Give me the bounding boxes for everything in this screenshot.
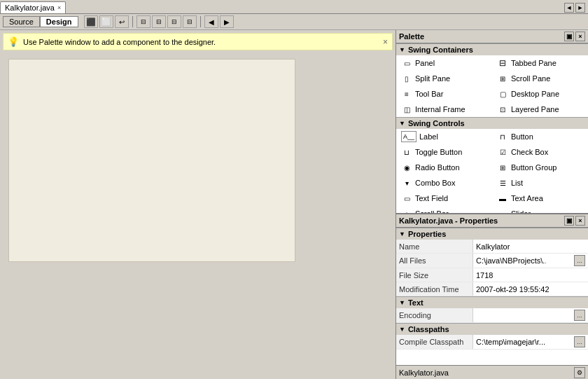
tab-bar: Kalkylator.java × ◄ ►	[0, 0, 588, 14]
scroll-pane-icon: ⊞	[497, 73, 508, 84]
palette-item-combo-box[interactable]: ▾ Combo Box	[396, 175, 492, 191]
palette-panel: Palette ▣ × ▼ Swing Containers	[396, 30, 588, 214]
toolbar-select-icon[interactable]: ⬛	[84, 15, 98, 28]
all-files-browse-button[interactable]: …	[574, 255, 585, 266]
swing-controls-items: A__ Label ⊓ Button ⊔ Toggle Button	[396, 129, 588, 213]
swing-controls-label: Swing Controls	[408, 119, 465, 128]
source-button[interactable]: Source	[3, 16, 40, 27]
toolbar-prev-icon[interactable]: ◀	[204, 15, 218, 28]
palette-item-radio-button[interactable]: ◉ Radio Button	[396, 160, 492, 175]
design-button[interactable]: Design	[40, 16, 78, 27]
split-pane-label: Split Pane	[415, 74, 450, 83]
button-group-icon: ⊞	[497, 162, 508, 173]
properties-panel: Kalkylator.java - Properties ▣ × ▼ Prope…	[396, 214, 588, 379]
design-canvas[interactable]	[8, 59, 295, 262]
palette-item-scroll-pane[interactable]: ⊞ Scroll Pane	[492, 71, 588, 86]
scroll-pane-label: Scroll Pane	[511, 74, 550, 83]
slider-label: Slider	[511, 209, 531, 213]
prop-row-encoding: Encoding …	[396, 308, 588, 323]
properties-pin-button[interactable]: ▣	[564, 216, 574, 226]
radio-button-label: Radio Button	[415, 163, 460, 172]
properties-content[interactable]: ▼ Properties Name Kalkylator All Files	[396, 228, 588, 365]
toolbar-align-top-icon[interactable]: ⊟	[183, 15, 197, 28]
palette-item-tabbed-pane[interactable]: ⊟ Tabbed Pane	[492, 55, 588, 71]
toolbar-align-right-icon[interactable]: ⊟	[167, 15, 181, 28]
toolbar-connect-icon[interactable]: ⬜	[99, 15, 113, 28]
file-tab[interactable]: Kalkylator.java ×	[0, 1, 66, 13]
button-icon: ⊓	[497, 131, 508, 142]
swing-controls-section-header[interactable]: ▼ Swing Controls	[396, 117, 588, 129]
swing-containers-label: Swing Containers	[408, 46, 473, 54]
prop-label-compile-classpath: Compile Classpath	[396, 335, 473, 349]
tabbed-pane-label: Tabbed Pane	[511, 59, 556, 67]
toggle-button-icon: ⊔	[401, 146, 412, 158]
right-panel: Palette ▣ × ▼ Swing Containers	[396, 30, 588, 379]
toolbar-align-left-icon[interactable]: ⊟	[136, 15, 150, 28]
text-section-header[interactable]: ▼ Text	[396, 296, 588, 308]
text-section-label: Text	[408, 298, 424, 307]
classpaths-section-label: Classpaths	[408, 325, 449, 333]
classpaths-section-arrow: ▼	[399, 326, 405, 333]
prop-value-all-files-text: C:\java\NBProjects\...	[476, 256, 546, 265]
info-close-button[interactable]: ×	[383, 37, 388, 47]
palette-item-internal-frame[interactable]: ◫ Internal Frame	[396, 102, 492, 117]
properties-close-button[interactable]: ×	[575, 216, 585, 226]
toolbar-refresh-icon[interactable]: ↩	[115, 15, 129, 28]
palette-scroll[interactable]: ▼ Swing Containers ▭ Panel ⊟ Tabbed Pane	[396, 43, 588, 213]
palette-item-text-field[interactable]: ▭ Text Field	[396, 191, 492, 206]
palette-item-toggle-button[interactable]: ⊔ Toggle Button	[396, 144, 492, 160]
radio-button-icon: ◉	[401, 162, 412, 173]
bottom-settings-icon[interactable]: ⚙	[574, 367, 585, 378]
info-bar: 💡 Use Palette window to add a component …	[3, 33, 393, 50]
palette-item-text-area[interactable]: ▬ Text Area	[492, 191, 588, 206]
prop-row-all-files: All Files C:\java\NBProjects\... …	[396, 254, 588, 268]
text-field-label: Text Field	[415, 194, 448, 202]
palette-item-button[interactable]: ⊓ Button	[492, 129, 588, 144]
text-area-label: Text Area	[511, 194, 543, 202]
split-pane-icon: ▯	[401, 73, 412, 84]
toolbar-separator-2	[200, 16, 201, 27]
properties-section-header[interactable]: ▼ Properties	[396, 228, 588, 240]
tool-bar-label: Tool Bar	[415, 90, 443, 98]
list-label: List	[511, 179, 523, 187]
palette-close-button[interactable]: ×	[575, 32, 585, 41]
prop-label-name: Name	[396, 240, 473, 253]
swing-containers-section-header[interactable]: ▼ Swing Containers	[396, 43, 588, 55]
toolbar-next-icon[interactable]: ▶	[220, 15, 234, 28]
palette-item-desktop-pane[interactable]: ▢ Desktop Pane	[492, 86, 588, 102]
prop-value-name-text: Kalkylator	[476, 242, 510, 251]
button-label: Button	[511, 132, 533, 141]
scroll-bar-label: Scroll Bar	[415, 209, 449, 213]
palette-item-slider[interactable]: ⊸ Slider	[492, 206, 588, 213]
palette-item-tool-bar[interactable]: ≡ Tool Bar	[396, 86, 492, 102]
tab-label: Kalkylator.java	[5, 4, 55, 12]
label-icon: A__	[401, 131, 416, 142]
palette-item-label[interactable]: A__ Label	[396, 129, 492, 144]
tab-nav-left[interactable]: ◄	[564, 3, 574, 13]
layered-pane-label: Layered Pane	[511, 105, 559, 113]
palette-item-layered-pane[interactable]: ⊡ Layered Pane	[492, 102, 588, 117]
palette-item-split-pane[interactable]: ▯ Split Pane	[396, 71, 492, 86]
label-label: Label	[419, 132, 438, 141]
panel-label: Panel	[415, 59, 435, 67]
toolbar: ⬛ ⬜ ↩ ⊟ ⊟ ⊟ ⊟ ◀ ▶	[84, 15, 234, 28]
compile-classpath-browse-button[interactable]: …	[574, 336, 585, 347]
toolbar-align-center-icon[interactable]: ⊟	[152, 15, 166, 28]
palette-item-check-box[interactable]: ☑ Check Box	[492, 144, 588, 160]
text-area-icon: ▬	[497, 193, 508, 204]
palette-item-button-group[interactable]: ⊞ Button Group	[492, 160, 588, 175]
tab-nav-right[interactable]: ►	[575, 3, 585, 13]
palette-pin-button[interactable]: ▣	[564, 32, 574, 41]
prop-value-compile-classpath-text: C:\temp\imagejar\r...	[476, 338, 545, 346]
palette-item-panel[interactable]: ▭ Panel	[396, 55, 492, 71]
prop-label-modification-time: Modification Time	[396, 282, 473, 296]
swing-controls-arrow: ▼	[399, 120, 405, 127]
palette-item-scroll-bar[interactable]: ↕ Scroll Bar	[396, 206, 492, 213]
button-group-label: Button Group	[511, 163, 556, 172]
tabbed-pane-icon: ⊟	[497, 57, 508, 69]
palette-item-list[interactable]: ☰ List	[492, 175, 588, 191]
encoding-browse-button[interactable]: …	[574, 310, 585, 321]
tool-bar-icon: ≡	[401, 88, 412, 99]
tab-close-button[interactable]: ×	[57, 4, 61, 11]
classpaths-section-header[interactable]: ▼ Classpaths	[396, 323, 588, 335]
